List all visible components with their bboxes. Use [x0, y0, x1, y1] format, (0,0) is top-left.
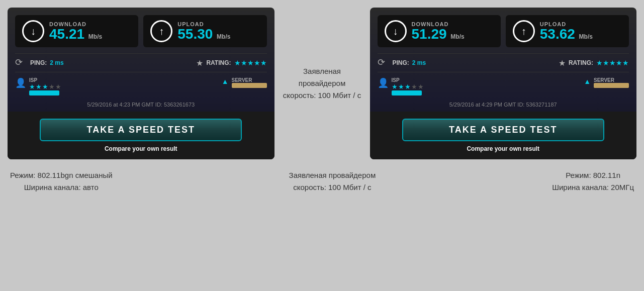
isp-stars-2: ★ ★ ★ ★ ★ — [392, 83, 424, 90]
speed-panel-2: ↓ DOWNLOAD 51.29 Mb/s ↑ UPLOAD 53. — [370, 8, 637, 159]
middle-caption-line2: скорость: 100 Мбит / с — [289, 181, 376, 193]
isp-server-row-1: 👤 ISP ★ ★ ★ ★ ★ ▲ — [15, 77, 267, 95]
compare-text-1: Compare your own result — [15, 145, 267, 152]
server-label-1: SERVER — [232, 77, 267, 83]
middle-line2: скорость: 100 Мбит / с — [282, 89, 362, 102]
bottom-captions: Режим: 802.11bgn смешаный Ширина канала:… — [0, 162, 644, 199]
isp-info-2: ISP ★ ★ ★ ★ ★ — [392, 77, 424, 95]
rating-label-2: RATING: — [569, 59, 593, 66]
person-icon-1: 👤 — [15, 77, 26, 88]
rating-section-1: ★ RATING: ★★★★★ — [196, 58, 266, 68]
speed-test-button-1[interactable]: TAKE A SPEED TEST — [40, 119, 242, 141]
download-info-2: DOWNLOAD 51.29 Mb/s — [412, 21, 465, 41]
panels-row: ↓ DOWNLOAD 45.21 Mb/s ↑ UPLOAD 55. — [0, 0, 644, 162]
isp-bar-1 — [29, 90, 59, 95]
server-bar-1 — [232, 83, 267, 88]
speed-test-button-2[interactable]: TAKE A SPEED TEST — [402, 119, 604, 141]
server-info-2: SERVER — [594, 77, 629, 88]
person-icon-2: 👤 — [378, 77, 389, 88]
ping-icon-1: ⟳ — [15, 57, 27, 69]
rating-section-2: ★ RATING: ★★★★★ — [559, 58, 629, 68]
upload-box-1: ↑ UPLOAD 55.30 Mb/s — [143, 15, 266, 47]
metrics-row-2: ↓ DOWNLOAD 51.29 Mb/s ↑ UPLOAD 53. — [378, 15, 629, 47]
rating-stars-2: ★★★★★ — [596, 59, 629, 67]
ping-section-1: ⟳ PING: 2 ms — [15, 57, 64, 69]
secondary-row-1: ⟳ PING: 2 ms ★ RATING: ★★★★★ — [15, 53, 267, 72]
footer-info-2: 5/29/2016 at 4:29 PM GMT ID: 5363271187 — [378, 100, 629, 112]
ping-value-2: 2 ms — [412, 59, 426, 66]
download-box-1: ↓ DOWNLOAD 45.21 Mb/s — [15, 15, 138, 47]
middle-line1: Заявленая провайдером — [282, 65, 362, 89]
secondary-row-2: ⟳ PING: 2 ms ★ RATING: ★★★★★ — [378, 53, 629, 72]
upload-info-2: UPLOAD 53.62 Mb/s — [540, 21, 593, 41]
right-caption-line1: Режим: 802.11n — [552, 169, 634, 181]
isp-bar-2 — [392, 90, 422, 95]
server-label-2: SERVER — [594, 77, 629, 83]
rating-label-1: RATING: — [206, 59, 231, 66]
rating-stars-1: ★★★★★ — [234, 59, 267, 67]
middle-caption-line1: Заявленая провайдером — [289, 169, 376, 181]
ping-value-1: 2 ms — [50, 59, 63, 66]
upload-icon-2: ↑ — [513, 20, 535, 42]
isp-info-1: ISP ★ ★ ★ ★ ★ — [29, 77, 61, 95]
middle-text: Заявленая провайдером скорость: 100 Мбит… — [277, 5, 367, 162]
isp-stars-1: ★ ★ ★ ★ ★ — [29, 83, 61, 90]
footer-info-1: 5/29/2016 at 4:23 PM GMT ID: 5363261673 — [15, 100, 267, 112]
download-box-2: ↓ DOWNLOAD 51.29 Mb/s — [378, 15, 501, 47]
speed-panel-1: ↓ DOWNLOAD 45.21 Mb/s ↑ UPLOAD 55. — [8, 8, 274, 159]
middle-caption: Заявленая провайдером скорость: 100 Мбит… — [289, 169, 376, 193]
server-section-2: ▲ SERVER — [584, 77, 629, 88]
left-caption-line2: Ширина канала: авто — [10, 181, 113, 193]
upload-info-1: UPLOAD 55.30 Mb/s — [177, 21, 230, 41]
ping-label-2: PING: — [393, 59, 409, 66]
rating-star-icon-2: ★ — [559, 58, 566, 68]
isp-server-row-2: 👤 ISP ★ ★ ★ ★ ★ ▲ — [378, 77, 629, 95]
rating-star-icon-1: ★ — [196, 58, 203, 68]
button-section-2: TAKE A SPEED TEST Compare your own resul… — [370, 112, 637, 159]
download-value-2: 51.29 Mb/s — [412, 27, 465, 41]
isp-section-2: 👤 ISP ★ ★ ★ ★ ★ — [378, 77, 424, 95]
server-bar-2 — [594, 83, 629, 88]
left-caption: Режим: 802.11bgn смешаный Ширина канала:… — [10, 169, 113, 193]
main-container: ↓ DOWNLOAD 45.21 Mb/s ↑ UPLOAD 55. — [0, 0, 644, 199]
left-caption-line1: Режим: 802.11bgn смешаный — [10, 169, 113, 181]
right-caption: Режим: 802.11n Ширина канала: 20МГц — [552, 169, 634, 193]
server-icon-1: ▲ — [222, 77, 229, 85]
download-icon-2: ↓ — [385, 20, 407, 42]
upload-icon-1: ↑ — [150, 20, 172, 42]
ping-icon-2: ⟳ — [378, 57, 390, 69]
download-info-1: DOWNLOAD 45.21 Mb/s — [49, 21, 102, 41]
upload-box-2: ↑ UPLOAD 53.62 Mb/s — [506, 15, 629, 47]
upload-value-2: 53.62 Mb/s — [540, 27, 593, 41]
ping-section-2: ⟳ PING: 2 ms — [378, 57, 426, 69]
ping-label-1: PING: — [30, 59, 47, 66]
server-section-1: ▲ SERVER — [222, 77, 267, 88]
isp-label-1: ISP — [29, 77, 61, 83]
download-value-1: 45.21 Mb/s — [49, 27, 102, 41]
isp-section-1: 👤 ISP ★ ★ ★ ★ ★ — [15, 77, 61, 95]
metrics-row-1: ↓ DOWNLOAD 45.21 Mb/s ↑ UPLOAD 55. — [15, 15, 267, 47]
download-icon-1: ↓ — [22, 20, 44, 42]
upload-value-1: 55.30 Mb/s — [177, 27, 230, 41]
server-info-1: SERVER — [232, 77, 267, 88]
isp-label-2: ISP — [392, 77, 424, 83]
server-icon-2: ▲ — [584, 77, 591, 85]
button-section-1: TAKE A SPEED TEST Compare your own resul… — [8, 112, 274, 159]
compare-text-2: Compare your own result — [377, 145, 630, 152]
right-caption-line2: Ширина канала: 20МГц — [552, 181, 634, 193]
